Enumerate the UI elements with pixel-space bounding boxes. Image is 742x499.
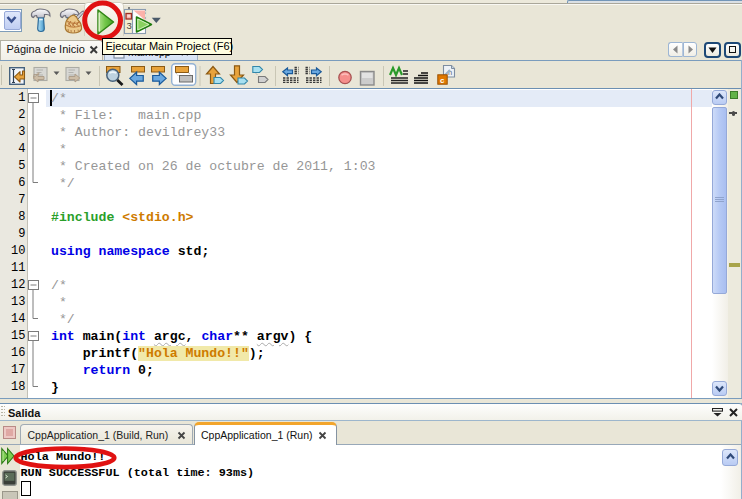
svg-text:c: c: [440, 76, 445, 85]
